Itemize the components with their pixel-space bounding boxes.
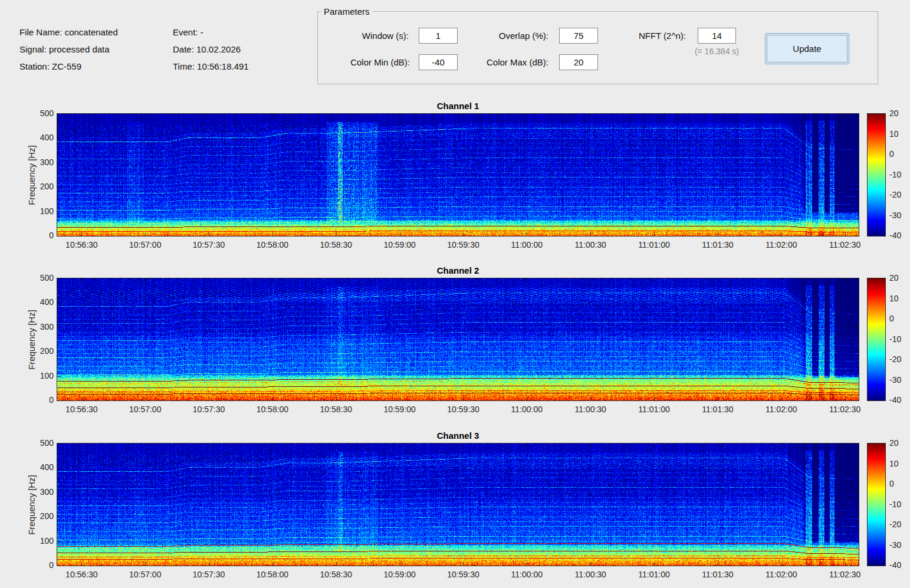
y-tick-label: 300 [23,157,54,167]
x-tick-label: 10:57:00 [119,240,172,249]
y-tick-label: 400 [23,133,54,142]
x-tick-label: 10:59:30 [436,240,490,249]
station-text: Station: ZC-559 [19,61,81,71]
update-button[interactable]: Update [765,33,849,64]
spectrogram-canvas [57,114,859,236]
y-tick-label: 400 [23,297,54,307]
y-tick-label: 0 [23,395,54,405]
signal-text: Signal: processed data [19,44,110,54]
channel-title: Channel 2 [57,265,859,275]
colorbar-canvas [868,278,885,400]
colorbar-tick-label: -20 [889,520,910,529]
y-tick-label: 500 [23,438,54,448]
color-max-label: Color Max (dB): [431,57,548,67]
x-tick-label: 11:02:30 [819,405,872,414]
x-tick-label: 10:59:00 [373,405,426,414]
color-min-label: Color Min (dB): [292,57,410,67]
x-tick-label: 11:01:00 [628,240,681,249]
x-tick-label: 11:02:00 [755,570,808,579]
channel-title: Channel 1 [57,101,859,111]
y-tick-label: 300 [23,322,54,331]
file-name-text: File Name: concatenated [19,27,118,37]
colorbar-tick-label: 0 [889,314,910,323]
x-tick-label: 10:58:30 [310,570,363,579]
spectrogram-plot [57,278,859,401]
x-tick-label: 10:58:30 [310,405,363,414]
y-tick-label: 500 [23,273,54,282]
colorbar-tick-label: -20 [889,354,910,364]
x-tick-label: 10:58:00 [246,405,299,414]
frequency-axis-label: Frequency [Hz] [27,310,37,370]
frequency-axis-label: Frequency [Hz] [27,145,37,205]
x-tick-label: 10:59:30 [436,570,490,579]
spectrogram-plot [57,443,859,566]
x-tick-label: 10:56:30 [55,240,108,249]
spectrogram-canvas [57,444,859,566]
x-tick-label: 11:01:30 [691,570,744,579]
window-label: Window (s): [291,31,409,41]
x-tick-label: 11:00:30 [564,240,617,249]
x-tick-label: 11:02:30 [819,570,872,579]
colorbar-tick-label: 10 [889,294,910,303]
frequency-axis-label: Frequency [Hz] [27,475,37,535]
x-tick-label: 11:02:00 [755,405,808,414]
x-tick-label: 10:58:30 [310,240,363,249]
x-tick-label: 11:01:00 [628,570,681,579]
y-tick-label: 200 [23,346,54,356]
overlap-label: Overlap (%): [431,31,548,41]
colorbar-tick-label: 10 [889,459,910,468]
x-tick-label: 11:01:30 [691,405,744,414]
y-tick-label: 300 [23,487,54,497]
x-tick-label: 11:02:30 [819,240,872,249]
colorbar-tick-label: 20 [889,273,910,282]
colorbar-tick-label: 0 [889,479,910,488]
colorbar-tick-label: 20 [889,438,910,448]
y-tick-label: 200 [23,511,54,521]
y-tick-label: 400 [23,462,54,472]
colorbar-tick-label: 20 [889,109,910,118]
x-tick-label: 10:59:30 [436,405,490,414]
colorbar-tick-label: -40 [889,560,910,570]
channel-title: Channel 3 [57,431,859,441]
spectrogram-canvas [57,278,859,400]
x-tick-label: 10:57:00 [119,570,172,579]
x-tick-label: 11:01:30 [691,240,744,249]
y-tick-label: 500 [23,109,54,118]
colorbar [867,278,886,401]
x-tick-label: 10:56:30 [55,570,108,579]
x-tick-label: 10:57:00 [119,405,172,414]
colorbar-tick-label: -30 [889,375,910,385]
x-tick-label: 11:00:30 [564,570,617,579]
colorbar-tick-label: -30 [889,211,910,220]
colorbar [867,113,886,236]
x-tick-label: 11:01:00 [628,405,681,414]
event-text: Event: - [173,27,203,37]
y-tick-label: 0 [23,231,54,240]
colorbar-tick-label: -20 [889,190,910,199]
colorbar-canvas [868,444,885,566]
colorbar-tick-label: -10 [889,170,910,179]
x-tick-label: 10:57:30 [182,240,235,249]
colorbar-tick-label: -30 [889,540,910,550]
nfft-input[interactable] [698,28,736,44]
y-tick-label: 200 [23,182,54,191]
x-tick-label: 10:57:30 [182,405,235,414]
colorbar-tick-label: 0 [889,149,910,159]
nfft-duration-note: (= 16.384 s) [680,47,739,56]
y-tick-label: 100 [23,206,54,216]
x-tick-label: 10:59:00 [373,240,426,249]
parameters-panel-title: Parameters [321,6,373,17]
x-tick-label: 11:00:00 [500,570,553,579]
colorbar [867,443,886,566]
x-tick-label: 10:58:00 [246,570,299,579]
colorbar-canvas [868,114,885,236]
x-tick-label: 11:00:00 [500,240,553,249]
colorbar-tick-label: -10 [889,500,910,509]
colorbar-tick-label: -40 [889,231,910,240]
color-max-input[interactable] [559,54,598,70]
y-tick-label: 100 [23,371,54,380]
figure-window: File Name: concatenated Signal: processe… [0,0,910,588]
colorbar-tick-label: -40 [889,395,910,405]
colorbar-tick-label: 10 [889,129,910,139]
spectrogram-plot [57,113,859,236]
